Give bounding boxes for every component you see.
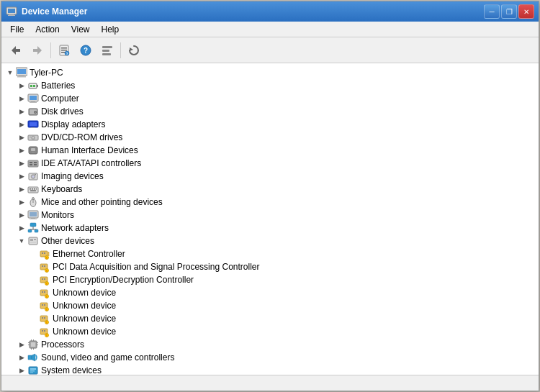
imaging-expander[interactable] [16, 170, 27, 182]
svg-rect-35 [30, 122, 37, 126]
keyboards-expander[interactable] [16, 183, 27, 195]
svg-rect-64 [31, 218, 35, 219]
processors-expander[interactable] [16, 339, 27, 350]
view-button[interactable] [97, 40, 117, 60]
svg-rect-73 [30, 239, 33, 241]
unknown-2-item[interactable]: ! Unknown device [1, 299, 539, 312]
network-expander[interactable] [16, 222, 27, 234]
hid-icon [27, 145, 39, 156]
close-button[interactable]: ✕ [518, 4, 534, 19]
disk-drives-item[interactable]: Disk drives [1, 105, 539, 118]
svg-rect-118 [33, 339, 34, 341]
batteries-icon [27, 80, 39, 91]
unknown-4-item[interactable]: ! Unknown device [1, 325, 539, 338]
refresh-button[interactable] [124, 40, 144, 60]
svg-rect-125 [30, 370, 35, 372]
computer-expander[interactable] [16, 93, 27, 104]
svg-rect-65 [30, 219, 37, 219]
disk-drives-expander[interactable] [16, 106, 27, 117]
display-adapters-icon [27, 119, 39, 130]
display-adapters-expander[interactable] [16, 119, 27, 130]
svg-rect-98 [44, 304, 45, 306]
menu-file[interactable]: File [4, 23, 30, 36]
hid-expander[interactable] [16, 145, 27, 156]
pci-enc-item[interactable]: ! PCI Encryption/Decryption Controller [1, 273, 539, 286]
display-adapters-label: Display adapters [41, 119, 105, 129]
svg-point-39 [32, 137, 34, 139]
mice-item[interactable]: Mice and other pointing devices [1, 196, 539, 209]
batteries-item[interactable]: Batteries [1, 79, 539, 92]
toolbar-separator-1 [50, 42, 51, 58]
svg-rect-68 [35, 229, 38, 232]
svg-rect-83 [44, 265, 45, 267]
svg-rect-45 [30, 162, 32, 163]
unknown-3-item[interactable]: ! Unknown device [1, 312, 539, 325]
system-expander[interactable] [16, 365, 27, 375]
device-manager-window: Device Manager ─ ❐ ✕ File Action View He… [1, 1, 539, 391]
ethernet-label: Ethernet Controller [53, 249, 125, 259]
forward-button[interactable] [27, 40, 48, 60]
svg-rect-77 [42, 252, 43, 254]
batteries-expander[interactable] [16, 80, 27, 91]
cdrom-icon [27, 132, 39, 143]
keyboards-item[interactable]: Keyboards [1, 183, 539, 196]
display-adapters-item[interactable]: Display adapters [1, 118, 539, 131]
unknown-4-icon: ! [39, 326, 50, 337]
svg-rect-15 [102, 50, 109, 52]
root-expander[interactable] [4, 67, 16, 78]
svg-rect-48 [34, 164, 37, 165]
other-devices-expander[interactable] [16, 235, 27, 247]
properties-button[interactable]: ? [54, 40, 74, 60]
tree-root-item[interactable]: Tyler-PC [1, 66, 539, 79]
svg-marker-4 [12, 46, 20, 55]
menu-action[interactable]: Action [30, 23, 65, 36]
other-devices-item[interactable]: Other devices [1, 234, 539, 247]
monitors-expander[interactable] [16, 209, 27, 221]
help-button[interactable]: ? [76, 40, 96, 60]
system-icon [27, 365, 39, 375]
svg-rect-40 [30, 137, 31, 137]
tree-content[interactable]: Tyler-PC Batteries [1, 63, 539, 375]
ethernet-icon: ! [39, 248, 50, 260]
monitors-item[interactable]: Monitors [1, 209, 539, 222]
svg-rect-74 [34, 239, 36, 240]
minimize-button[interactable]: ─ [484, 4, 500, 19]
pci-enc-label: PCI Encryption/Decryption Controller [53, 275, 194, 285]
svg-rect-58 [30, 191, 36, 192]
network-icon [27, 222, 39, 234]
mice-label: Mice and other pointing devices [41, 197, 163, 207]
cdrom-expander[interactable] [16, 132, 27, 143]
ethernet-item[interactable]: ! Ethernet Controller [1, 247, 539, 260]
sound-item[interactable]: Sound, video and game controllers [1, 351, 539, 364]
ide-expander[interactable] [16, 158, 27, 169]
svg-rect-7 [61, 47, 67, 49]
restore-button[interactable]: ❐ [501, 4, 517, 19]
monitors-label: Monitors [41, 210, 74, 220]
imaging-item[interactable]: Imaging devices [1, 170, 539, 183]
mice-expander[interactable] [16, 196, 27, 208]
cdrom-item[interactable]: DVD/CD-ROM drives [1, 131, 539, 144]
hid-item[interactable]: Human Interface Devices [1, 144, 539, 157]
pci-data-item[interactable]: ! PCI Data Acquisition and Signal Proces… [1, 260, 539, 273]
svg-rect-66 [30, 223, 36, 227]
unknown-1-item[interactable]: ! Unknown device [1, 286, 539, 299]
menu-help[interactable]: Help [96, 23, 125, 36]
processors-item[interactable]: Processors [1, 338, 539, 351]
title-bar-icon [6, 6, 17, 17]
network-item[interactable]: Network adapters [1, 222, 539, 234]
ide-item[interactable]: IDE ATA/ATAPI controllers [1, 157, 539, 170]
computer-item[interactable]: Computer [1, 92, 539, 105]
menu-view[interactable]: View [66, 23, 96, 36]
svg-rect-114 [28, 345, 30, 345]
sound-expander[interactable] [16, 352, 27, 363]
svg-rect-93 [44, 291, 45, 293]
system-item[interactable]: System devices [1, 364, 539, 375]
svg-rect-47 [34, 162, 37, 163]
svg-rect-92 [42, 291, 43, 293]
unknown-2-label: Unknown device [53, 301, 116, 311]
network-label: Network adapters [41, 223, 109, 233]
back-button[interactable] [6, 40, 26, 60]
disk-drives-icon [27, 106, 39, 117]
title-bar: Device Manager ─ ❐ ✕ [1, 1, 539, 22]
svg-rect-115 [37, 342, 38, 343]
